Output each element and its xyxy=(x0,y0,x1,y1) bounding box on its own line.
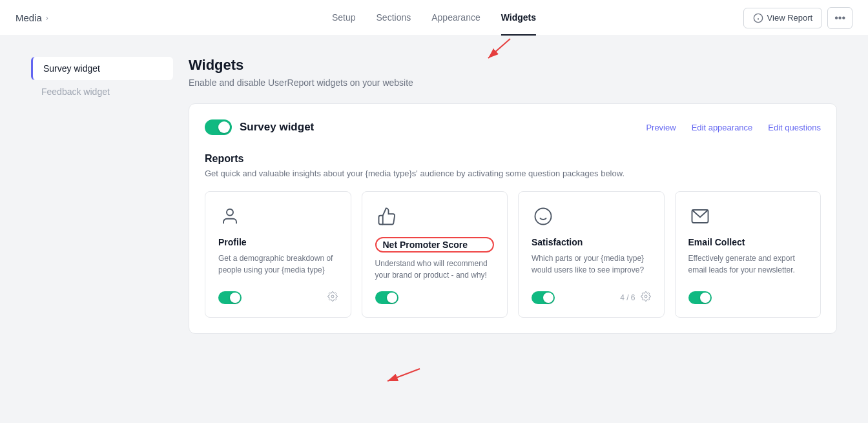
sidebar-item-feedback[interactable]: Feedback widget xyxy=(31,80,173,103)
report-card-nps: Net Promoter ScoreUnderstand who will re… xyxy=(362,191,508,318)
nav-item-widgets[interactable]: Widgets xyxy=(501,1,536,36)
email-icon xyxy=(688,205,712,228)
report-toggle-email[interactable] xyxy=(688,291,712,304)
page-title: Widgets xyxy=(189,57,837,74)
report-card-title-email: Email Collect xyxy=(688,237,808,247)
toggle-thumb-profile xyxy=(230,293,240,303)
report-card-title-nps: Net Promoter Score xyxy=(375,237,495,253)
reports-title: Reports xyxy=(205,153,821,165)
nav-item-sections[interactable]: Sections xyxy=(377,1,411,36)
person-icon xyxy=(218,205,242,228)
report-card-satisfaction: SatisfactionWhich parts or your {media t… xyxy=(518,191,665,318)
toggle-thumb-email xyxy=(700,293,710,303)
svg-point-3 xyxy=(535,209,552,225)
more-icon: ••• xyxy=(834,12,845,24)
widget-title: Survey widget xyxy=(240,121,314,134)
report-footer-right-satisfaction: 4 / 6 xyxy=(620,291,650,304)
preview-link[interactable]: Preview xyxy=(646,123,676,132)
report-card-footer-satisfaction: 4 / 6 xyxy=(532,291,651,304)
svg-point-2 xyxy=(331,295,334,298)
report-toggle-nps[interactable] xyxy=(375,291,398,304)
sidebar-item-survey[interactable]: Survey widget xyxy=(31,57,173,80)
view-report-button[interactable]: View Report xyxy=(743,8,823,28)
report-card-profile: ProfileGet a demographic breakdown of pe… xyxy=(205,191,351,318)
report-card-desc-email: Effectively generate and export email le… xyxy=(688,253,808,281)
report-card-title-profile: Profile xyxy=(218,237,338,247)
reports-section: Reports Get quick and valuable insights … xyxy=(205,153,821,318)
report-cards: ProfileGet a demographic breakdown of pe… xyxy=(205,191,821,318)
main-content: Widgets Enable and disable UserReport wi… xyxy=(189,57,837,402)
widget-header: Survey widget Preview Edit appearance Ed… xyxy=(205,119,821,135)
survey-widget-card: Survey widget Preview Edit appearance Ed… xyxy=(189,103,837,334)
report-card-desc-profile: Get a demographic breakdown of people us… xyxy=(218,253,338,281)
survey-widget-toggle[interactable] xyxy=(205,119,232,135)
widget-actions: Preview Edit appearance Edit questions xyxy=(646,123,821,132)
report-toggle-satisfaction[interactable] xyxy=(532,291,555,304)
report-footer-right-profile xyxy=(327,291,338,304)
widget-title-row: Survey widget xyxy=(205,119,314,135)
report-card-footer-email xyxy=(688,291,808,304)
report-count-satisfaction: 4 / 6 xyxy=(620,293,635,302)
edit-appearance-link[interactable]: Edit appearance xyxy=(692,123,753,132)
svg-point-6 xyxy=(645,295,647,298)
view-report-label: View Report xyxy=(767,13,813,23)
more-button[interactable]: ••• xyxy=(827,7,852,29)
report-icon xyxy=(753,13,763,23)
edit-questions-link[interactable]: Edit questions xyxy=(768,123,821,132)
breadcrumb-text[interactable]: Media xyxy=(16,12,42,23)
reports-subtitle: Get quick and valuable insights about yo… xyxy=(205,169,821,178)
nav-item-setup[interactable]: Setup xyxy=(332,1,356,36)
top-nav: SetupSectionsAppearanceWidgets xyxy=(332,1,536,36)
thumbup-icon xyxy=(375,205,398,228)
report-toggle-profile[interactable] xyxy=(218,291,242,304)
toggle-thumb-nps xyxy=(387,293,397,303)
header-actions: View Report ••• xyxy=(743,7,852,29)
gear-icon-satisfaction[interactable] xyxy=(641,291,651,304)
nav-item-appearance[interactable]: Appearance xyxy=(431,1,480,36)
report-card-desc-satisfaction: Which parts or your {media type} would u… xyxy=(532,253,651,281)
smiley-icon xyxy=(532,205,555,228)
chevron-icon: › xyxy=(46,14,48,23)
breadcrumb: Media › xyxy=(16,12,48,23)
report-card-footer-nps xyxy=(375,291,495,304)
report-card-footer-profile xyxy=(218,291,338,304)
page-subtitle: Enable and disable UserReport widgets on… xyxy=(189,77,837,88)
svg-point-1 xyxy=(227,209,233,216)
toggle-thumb xyxy=(218,121,230,133)
report-card-desc-nps: Understand who will recommend your brand… xyxy=(375,258,495,281)
sidebar: Survey widget Feedback widget xyxy=(31,57,173,402)
report-card-title-satisfaction: Satisfaction xyxy=(532,237,651,247)
toggle-thumb-satisfaction xyxy=(543,293,553,303)
gear-icon-profile[interactable] xyxy=(327,291,338,304)
report-card-email: Email CollectEffectively generate and ex… xyxy=(675,191,822,318)
